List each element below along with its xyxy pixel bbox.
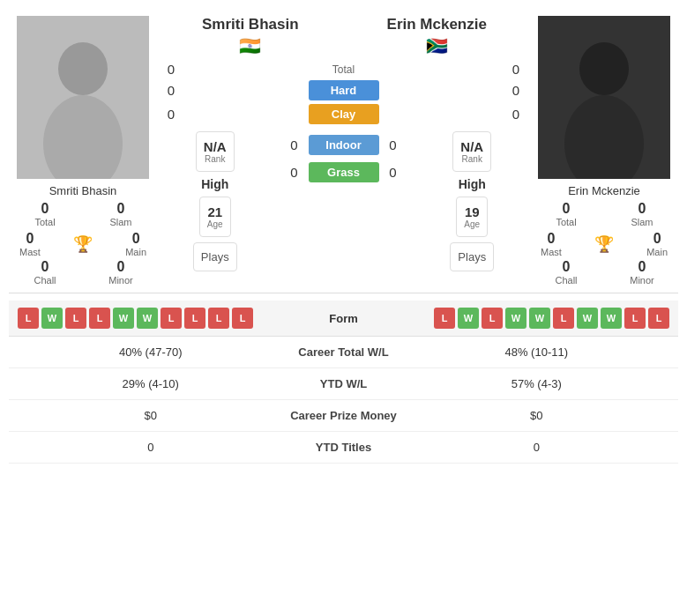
clay-row: 0 Clay 0 <box>157 104 530 124</box>
left-minor-stat: 0 Minor <box>88 259 153 286</box>
right-mast-stat: 0 Mast <box>541 231 562 257</box>
left-mast-stat: 0 Mast <box>19 231 41 257</box>
left-slam-stat: 0 Slam <box>88 201 153 227</box>
total-label: Total <box>185 63 502 76</box>
left-trophy-icon: 🏆 <box>73 234 93 254</box>
left-high-label: High <box>201 177 228 191</box>
clay-badge: Clay <box>309 104 379 124</box>
grass-badge-container: Grass <box>309 162 379 182</box>
left-ytd-wl: 29% (4-10) <box>19 377 282 390</box>
form-badge-l: L <box>624 308 646 329</box>
left-chall-stat: 0 Chall <box>12 259 78 286</box>
form-badge-w: W <box>529 308 550 329</box>
grass-row: 0 Grass 0 <box>280 162 407 182</box>
indoor-badge: Indoor <box>309 135 379 155</box>
hard-row: 0 Hard 0 <box>157 80 530 100</box>
right-titles: 0 <box>406 441 668 454</box>
left-titles: 0 <box>19 441 282 454</box>
form-badge-l: L <box>232 308 253 329</box>
left-main-stat: 0 Main <box>125 231 146 257</box>
left-form-badges: LWLLWWLLLL <box>18 308 300 329</box>
bottom-section: LWLLWWLLLL Form LWLWWLWWLL 40% (47-70) C… <box>9 293 678 464</box>
form-badge-w: W <box>137 308 158 329</box>
titles-row: 0 YTD Titles 0 <box>9 432 678 464</box>
form-badge-w: W <box>505 308 526 329</box>
prize-label: Career Prize Money <box>282 409 406 422</box>
form-badge-l: L <box>648 308 669 329</box>
titles-label: YTD Titles <box>282 441 406 454</box>
form-badge-w: W <box>41 308 63 329</box>
right-main-stat: 0 Main <box>646 231 668 257</box>
clay-badge-container: Clay <box>185 104 502 124</box>
right-trophy-icon: 🏆 <box>594 234 614 254</box>
right-player-block: Erin Mckenzie 0 Total 0 Slam 0 Mast 🏆 <box>530 9 678 293</box>
left-career-wl: 40% (47-70) <box>19 345 282 359</box>
left-prize: $0 <box>19 409 282 422</box>
ytd-wl-row: 29% (4-10) YTD W/L 57% (4-3) <box>9 368 678 400</box>
right-minor-stat: 0 Minor <box>609 259 675 286</box>
indoor-badge-container: Indoor <box>309 135 379 155</box>
right-ytd-wl: 57% (4-3) <box>406 377 668 390</box>
form-badge-w: W <box>458 308 479 329</box>
form-label: Form <box>300 312 388 325</box>
career-wl-label: Career Total W/L <box>282 345 406 359</box>
left-rank-box: N/A Rank <box>196 131 235 172</box>
main-container: Smriti Bhasin 0 Total 0 Slam 0 Mast 🏆 <box>0 0 687 472</box>
right-form-badges: LWLWWLWWLL <box>388 308 670 329</box>
total-row: 0 Total 0 <box>157 62 530 77</box>
hard-badge-container: Hard <box>185 80 502 100</box>
form-badge-l: L <box>161 308 182 329</box>
right-prize: $0 <box>406 409 668 422</box>
center-column: Smriti Bhasin 🇮🇳 Erin Mckenzie 🇿🇦 0 Tota… <box>157 9 530 293</box>
right-chall-stat: 0 Chall <box>534 259 599 286</box>
right-plays-box: Plays <box>450 242 494 271</box>
form-badge-w: W <box>113 308 134 329</box>
right-age-box: 19 Age <box>456 197 488 237</box>
form-badge-w: W <box>601 308 622 329</box>
form-badge-l: L <box>553 308 574 329</box>
right-slam-stat: 0 Slam <box>609 201 675 227</box>
right-career-wl: 48% (10-11) <box>406 345 668 359</box>
left-age-box: 21 Age <box>199 197 231 237</box>
form-badge-l: L <box>208 308 229 329</box>
grass-badge: Grass <box>309 162 379 182</box>
right-flag: 🇿🇦 <box>344 35 531 56</box>
form-badge-l: L <box>65 308 86 329</box>
form-badge-l: L <box>482 308 503 329</box>
form-badge-l: L <box>18 308 39 329</box>
left-name-header: Smriti Bhasin 🇮🇳 <box>157 16 344 56</box>
right-high-label: High <box>459 177 486 191</box>
left-player-block: Smriti Bhasin 0 Total 0 Slam 0 Mast 🏆 <box>9 9 157 293</box>
svg-point-4 <box>579 42 629 95</box>
left-avatar <box>17 16 149 179</box>
right-player-name: Erin Mckenzie <box>568 184 640 197</box>
indoor-row: 0 Indoor 0 <box>280 135 407 155</box>
right-avatar <box>538 16 670 179</box>
top-comparison: Smriti Bhasin 0 Total 0 Slam 0 Mast 🏆 <box>9 9 678 293</box>
form-badge-l: L <box>434 308 455 329</box>
left-plays-box: Plays <box>193 242 237 271</box>
left-player-name: Smriti Bhasin <box>49 184 117 197</box>
prize-row: $0 Career Prize Money $0 <box>9 400 678 432</box>
names-row: Smriti Bhasin 🇮🇳 Erin Mckenzie 🇿🇦 <box>157 9 530 60</box>
right-name-header: Erin Mckenzie 🇿🇦 <box>344 16 531 56</box>
hard-badge: Hard <box>309 80 379 100</box>
right-rank-box: N/A Rank <box>452 131 491 172</box>
career-wl-row: 40% (47-70) Career Total W/L 48% (10-11) <box>9 337 678 368</box>
left-flag: 🇮🇳 <box>157 35 344 56</box>
ytd-wl-label: YTD W/L <box>282 377 406 390</box>
form-badge-l: L <box>184 308 205 329</box>
form-row: LWLLWWLLLL Form LWLWWLWWLL <box>9 301 678 337</box>
left-total-stat: 0 Total <box>12 201 78 227</box>
right-total-stat: 0 Total <box>534 201 599 227</box>
svg-point-1 <box>58 42 108 95</box>
form-badge-w: W <box>577 308 598 329</box>
form-badge-l: L <box>89 308 110 329</box>
